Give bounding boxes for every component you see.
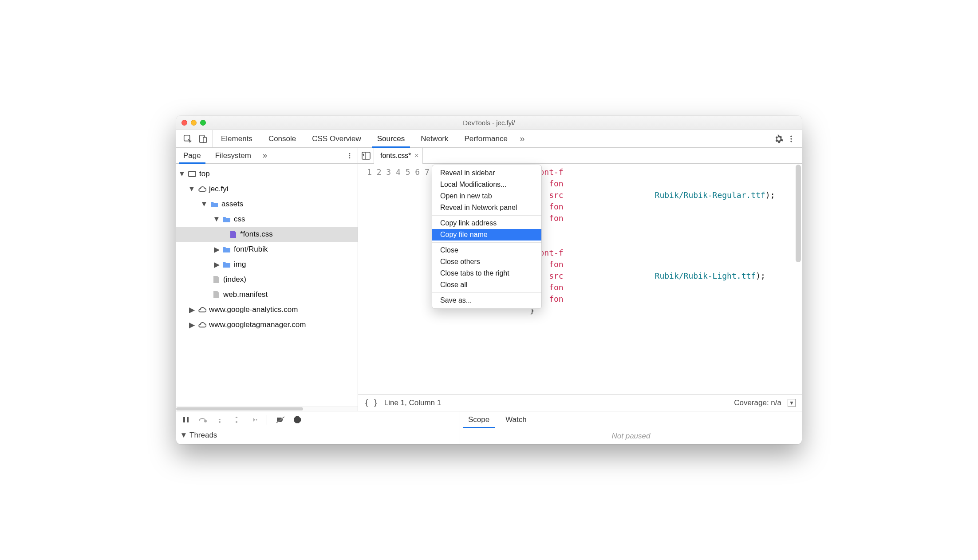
svg-point-13 bbox=[205, 420, 206, 422]
scope-watch-panel: Scope Watch Not paused bbox=[460, 411, 802, 444]
tab-sources[interactable]: Sources bbox=[369, 130, 413, 147]
deactivate-breakpoints-icon[interactable] bbox=[275, 414, 286, 425]
scope-body: Not paused bbox=[460, 428, 802, 444]
tree-label: www.googletagmanager.com bbox=[209, 320, 306, 329]
close-tab-icon[interactable]: × bbox=[414, 152, 418, 160]
tree-top[interactable]: ▼ top bbox=[176, 166, 358, 181]
tree-label: top bbox=[199, 170, 210, 178]
caret-down-icon: ▼ bbox=[181, 431, 187, 440]
tree-file-fonts-css[interactable]: *fonts.css bbox=[176, 227, 358, 242]
context-menu-item[interactable]: Close all bbox=[432, 279, 541, 291]
tree-label: css bbox=[234, 215, 245, 224]
sidebar-tab-page[interactable]: Page bbox=[176, 148, 208, 163]
svg-point-14 bbox=[219, 421, 221, 423]
tree-domain-ext-1[interactable]: ▶ www.googletagmanager.com bbox=[176, 317, 358, 332]
panel-tabs: Elements Console CSS Overview Sources Ne… bbox=[213, 130, 529, 147]
kebab-menu-icon[interactable] bbox=[785, 133, 797, 145]
toolbar-left-icons bbox=[178, 130, 213, 147]
tab-watch[interactable]: Watch bbox=[497, 411, 535, 428]
tabs-overflow-button[interactable]: » bbox=[516, 134, 529, 144]
svg-point-15 bbox=[236, 421, 237, 423]
tree-label: font/Rubik bbox=[234, 245, 268, 254]
cursor-position: Line 1, Column 1 bbox=[384, 398, 442, 407]
cloud-icon bbox=[197, 320, 206, 329]
caret-right-icon: ▶ bbox=[189, 305, 195, 315]
sidebar-tabs-overflow[interactable]: » bbox=[258, 151, 272, 160]
context-menu-item[interactable]: Open in new tab bbox=[432, 190, 541, 202]
svg-point-5 bbox=[790, 141, 792, 142]
tree-file-index[interactable]: (index) bbox=[176, 272, 358, 287]
editor-vertical-scrollbar[interactable] bbox=[796, 164, 801, 394]
context-menu-item[interactable]: Copy file name bbox=[432, 229, 541, 241]
threads-section[interactable]: ▼ Threads bbox=[176, 428, 460, 442]
step-over-icon[interactable] bbox=[197, 414, 208, 425]
sidebar-kebab-icon[interactable] bbox=[342, 152, 358, 159]
svg-rect-10 bbox=[362, 152, 370, 159]
tab-console[interactable]: Console bbox=[260, 130, 304, 147]
svg-point-3 bbox=[790, 135, 792, 137]
context-menu-item[interactable]: Close others bbox=[432, 256, 541, 268]
tree-label: (index) bbox=[223, 275, 246, 284]
file-icon bbox=[212, 290, 221, 299]
frame-icon bbox=[188, 170, 197, 178]
tab-network[interactable]: Network bbox=[413, 130, 456, 147]
sidebar-horizontal-scrollbar[interactable] bbox=[176, 406, 358, 411]
threads-label: Threads bbox=[189, 431, 217, 440]
pause-on-exceptions-icon[interactable] bbox=[292, 414, 303, 425]
inspect-element-icon[interactable] bbox=[181, 133, 194, 145]
tree-folder-assets[interactable]: ▼ assets bbox=[176, 197, 358, 212]
step-icon[interactable] bbox=[248, 414, 259, 425]
caret-down-icon: ▼ bbox=[179, 170, 185, 178]
tree-label: www.google-analytics.com bbox=[209, 305, 298, 314]
editor-status-bar: { } Line 1, Column 1 Coverage: n/a ▼ bbox=[358, 394, 802, 411]
file-icon bbox=[212, 275, 221, 284]
context-menu-item[interactable]: Local Modifications... bbox=[432, 179, 541, 190]
tab-css-overview[interactable]: CSS Overview bbox=[304, 130, 369, 147]
tree-domain[interactable]: ▼ jec.fyi bbox=[176, 181, 358, 197]
tree-folder-img[interactable]: ▶ img bbox=[176, 257, 358, 272]
device-toggle-icon[interactable] bbox=[197, 133, 209, 145]
pause-button-icon[interactable] bbox=[181, 414, 191, 425]
context-menu-item[interactable]: Reveal in sidebar bbox=[432, 167, 541, 179]
sidebar-tab-filesystem[interactable]: Filesystem bbox=[208, 148, 258, 163]
tree-label: assets bbox=[221, 200, 243, 209]
editor-tabs: fonts.css* × bbox=[358, 148, 802, 164]
step-into-icon[interactable] bbox=[214, 414, 225, 425]
tab-scope[interactable]: Scope bbox=[460, 411, 497, 428]
svg-rect-2 bbox=[203, 137, 206, 142]
tree-label: img bbox=[234, 260, 246, 269]
context-menu-item[interactable]: Copy link address bbox=[432, 217, 541, 229]
svg-point-7 bbox=[349, 155, 351, 156]
settings-gear-icon[interactable] bbox=[773, 133, 785, 145]
context-menu-item[interactable]: Save as... bbox=[432, 295, 541, 306]
context-menu-item[interactable]: Reveal in Network panel bbox=[432, 202, 541, 213]
navigator-tree: ▼ top ▼ jec.fyi ▼ assets ▼ css bbox=[176, 164, 358, 406]
tree-domain-ext-0[interactable]: ▶ www.google-analytics.com bbox=[176, 302, 358, 317]
tab-elements[interactable]: Elements bbox=[213, 130, 260, 147]
tree-label: jec.fyi bbox=[209, 185, 228, 193]
main-toolbar: Elements Console CSS Overview Sources Ne… bbox=[176, 130, 802, 148]
titlebar: DevTools - jec.fyi/ bbox=[176, 116, 802, 130]
tab-performance[interactable]: Performance bbox=[457, 130, 516, 147]
tree-label: *fonts.css bbox=[240, 230, 273, 239]
folder-icon bbox=[222, 260, 231, 269]
tree-folder-font[interactable]: ▶ font/Rubik bbox=[176, 242, 358, 257]
step-out-icon[interactable] bbox=[231, 414, 242, 425]
context-menu-item[interactable]: Close tabs to the right bbox=[432, 268, 541, 279]
folder-icon bbox=[222, 245, 231, 254]
devtools-window: DevTools - jec.fyi/ Elements Console CSS… bbox=[176, 116, 802, 444]
caret-down-icon: ▼ bbox=[213, 215, 220, 224]
pretty-print-icon[interactable]: { } bbox=[364, 398, 378, 407]
code-editor[interactable]: 1 2 3 4 5 6 7 8 9 10 11 12 13 14 @font-f… bbox=[358, 164, 802, 394]
editor-tab-fonts-css[interactable]: fonts.css* × bbox=[374, 148, 423, 164]
tree-file-manifest[interactable]: web.manifest bbox=[176, 287, 358, 302]
navigator-toggle-icon[interactable] bbox=[358, 148, 374, 164]
svg-point-8 bbox=[349, 157, 351, 158]
folder-icon bbox=[222, 215, 231, 224]
caret-down-icon: ▼ bbox=[189, 185, 195, 193]
context-menu-item[interactable]: Close bbox=[432, 245, 541, 256]
editor-tab-label: fonts.css* bbox=[380, 152, 411, 160]
tree-folder-css[interactable]: ▼ css bbox=[176, 212, 358, 227]
window-title: DevTools - jec.fyi/ bbox=[176, 119, 802, 126]
coverage-dropdown-icon[interactable]: ▼ bbox=[788, 399, 796, 407]
